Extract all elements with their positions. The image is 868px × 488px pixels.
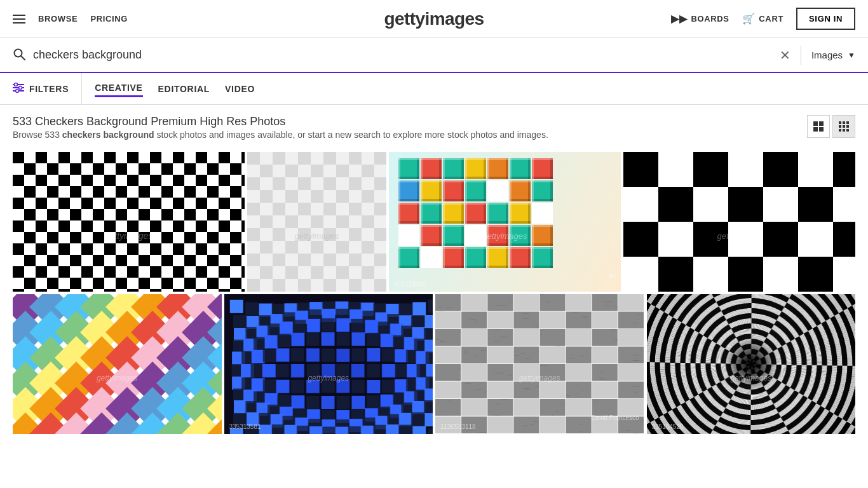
svg-rect-15	[839, 125, 841, 128]
svg-rect-11	[819, 127, 824, 132]
svg-rect-12	[839, 121, 841, 124]
nav-links: BROWSE PRICING	[38, 14, 128, 24]
svg-rect-20	[846, 129, 849, 132]
watermark: gettyimages	[105, 231, 153, 241]
image-item[interactable]: gettyimages 335313581	[224, 294, 433, 434]
logo-light: getty	[384, 9, 424, 29]
results-header: 533 Checkers Background Premium High Res…	[13, 115, 855, 142]
watermark: gettyimages	[308, 374, 349, 383]
image-item[interactable]: gettyimages	[623, 152, 855, 292]
sign-in-button[interactable]: SIGN IN	[796, 8, 855, 30]
image-type-label: Images	[811, 50, 843, 60]
watermark: gettyimages	[519, 374, 560, 383]
results-title: 533 Checkers Background Premium High Res…	[13, 115, 548, 128]
results-section: 533 Checkers Background Premium High Res…	[0, 105, 868, 152]
view-toggle	[807, 115, 855, 138]
image-item[interactable]: gettyimages	[13, 294, 222, 434]
menu-icon[interactable]	[13, 15, 25, 24]
image-grid-row2: gettyimages gettyimages 335313581 gettyi…	[0, 294, 868, 434]
svg-rect-8	[813, 121, 818, 126]
svg-point-7	[16, 89, 19, 92]
search-icon	[13, 48, 25, 63]
svg-rect-14	[846, 121, 849, 124]
image-id: 335313581	[229, 423, 261, 430]
boards-icon: ▶▶	[671, 13, 687, 25]
svg-rect-17	[846, 125, 849, 128]
contributor: David Francesco	[591, 414, 639, 421]
svg-rect-19	[843, 129, 845, 132]
header-right: ▶▶ BOARDS 🛒 CART SIGN IN	[671, 8, 855, 30]
boards-link[interactable]: ▶▶ BOARDS	[671, 13, 729, 25]
chevron-down-icon: ▼	[848, 51, 855, 60]
clear-icon[interactable]: ✕	[780, 48, 790, 63]
svg-rect-9	[819, 121, 824, 126]
image-item[interactable]: gettyimages	[247, 152, 386, 292]
filters-bar: FILTERS CREATIVE EDITORIAL VIDEO	[0, 73, 868, 105]
logo-bold: images	[424, 9, 484, 29]
filters-section: FILTERS	[13, 73, 82, 104]
filter-tabs: CREATIVE EDITORIAL VIDEO	[95, 80, 255, 97]
watermark: gettyimages	[717, 231, 761, 241]
svg-point-6	[19, 86, 22, 89]
svg-rect-13	[843, 121, 845, 124]
tab-video[interactable]: VIDEO	[225, 81, 255, 97]
filter-icon	[13, 83, 24, 95]
grid-view-button[interactable]	[807, 115, 830, 138]
search-divider	[801, 46, 801, 65]
pricing-link[interactable]: PRICING	[90, 14, 128, 24]
svg-point-5	[15, 83, 18, 86]
svg-rect-16	[843, 125, 845, 128]
image-item[interactable]: gettyimages lio 955713802	[389, 152, 621, 292]
header-left: BROWSE PRICING	[13, 14, 128, 24]
image-item[interactable]: gettyimages David Francesco 1130533118	[435, 294, 644, 434]
watermark: gettyimages	[482, 231, 527, 241]
header: BROWSE PRICING gettyimages ▶▶ BOARDS 🛒 C…	[0, 0, 868, 38]
boards-label: BOARDS	[691, 14, 729, 24]
image-id: 335184520	[652, 423, 684, 430]
filters-label[interactable]: FILTERS	[29, 84, 69, 94]
svg-rect-18	[839, 129, 841, 132]
browse-link[interactable]: BROWSE	[38, 14, 78, 24]
image-grid-row1: gettyimages gettyimages gettyimages lio …	[0, 152, 868, 292]
logo[interactable]: gettyimages	[384, 9, 484, 29]
search-bar: ✕ Images ▼	[0, 38, 868, 73]
svg-line-1	[21, 56, 25, 60]
contributor: lio	[609, 272, 616, 279]
image-id: 955713802	[394, 281, 426, 288]
tab-editorial[interactable]: EDITORIAL	[158, 81, 210, 97]
search-input[interactable]	[33, 48, 780, 62]
tab-creative[interactable]: CREATIVE	[95, 80, 142, 97]
detail-view-button[interactable]	[832, 115, 855, 138]
watermark: gettyimages	[97, 374, 138, 383]
image-id: 1130533118	[440, 423, 476, 430]
cart-label: CART	[759, 14, 783, 24]
cart-icon: 🛒	[742, 13, 756, 25]
image-item[interactable]: gettyimages	[13, 152, 245, 292]
watermark: gettyimages	[730, 374, 771, 383]
svg-rect-10	[813, 127, 818, 132]
cart-link[interactable]: 🛒 CART	[742, 13, 783, 25]
image-item[interactable]: gettyimages 335184520	[647, 294, 856, 434]
watermark: gettyimages	[294, 231, 339, 241]
results-info: 533 Checkers Background Premium High Res…	[13, 115, 548, 142]
image-type-dropdown[interactable]: Images ▼	[811, 50, 855, 60]
results-subtitle: Browse 533 checkers background stock pho…	[13, 128, 548, 142]
